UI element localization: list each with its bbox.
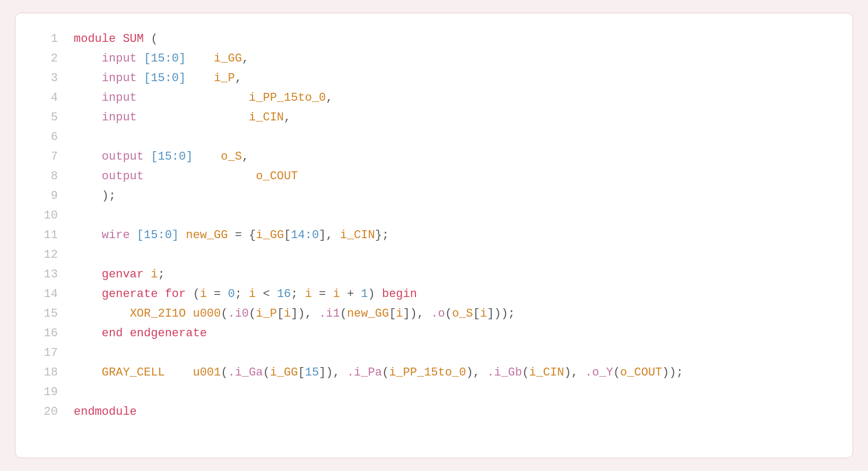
token-plain: , xyxy=(235,68,242,88)
line-content: end endgenerate xyxy=(74,324,207,343)
token-kw-input: input xyxy=(102,108,137,127)
token-plain: ( xyxy=(221,363,228,382)
line-content: genvar i; xyxy=(74,265,165,284)
token-kw-generate: genvar xyxy=(102,265,144,284)
line-content xyxy=(74,382,81,402)
code-line: 2 input [15:0] i_GG, xyxy=(37,49,831,68)
code-line: 4 input i_PP_15to_0, xyxy=(37,88,831,108)
token-plain: [ xyxy=(389,304,396,324)
line-number: 4 xyxy=(37,88,58,108)
token-port-name: .i1 xyxy=(319,304,340,324)
line-content: GRAY_CELL u001(.i_Ga(i_GG[15]), .i_Pa(i_… xyxy=(74,363,683,382)
token-number: 15 xyxy=(305,363,319,382)
token-plain: ( xyxy=(144,29,158,49)
token-number: 0 xyxy=(228,284,235,304)
line-content: endmodule xyxy=(74,402,137,422)
line-content: output o_COUT xyxy=(74,167,298,186)
token-name-module: SUM xyxy=(123,29,144,49)
token-plain: ), xyxy=(466,363,487,382)
line-number: 3 xyxy=(37,68,58,88)
code-line: 8 output o_COUT xyxy=(37,167,831,186)
token-plain xyxy=(137,88,249,108)
line-content xyxy=(74,245,81,265)
token-plain xyxy=(74,225,102,245)
token-plain: ( xyxy=(249,304,256,324)
token-port-name: .i_Pa xyxy=(347,363,382,382)
code-line: 5 input i_CIN, xyxy=(37,108,831,127)
token-signal: o_COUT xyxy=(256,167,298,186)
token-signal: new_GG xyxy=(186,225,228,245)
token-plain: ( xyxy=(221,304,228,324)
code-line: 10 xyxy=(37,206,831,225)
token-kw-input: input xyxy=(102,68,137,88)
code-line: 9 ); xyxy=(37,186,831,206)
code-line: 12 xyxy=(37,245,831,265)
token-signal: i_P xyxy=(256,304,277,324)
line-content xyxy=(74,343,81,363)
token-signal: i_PP_15to_0 xyxy=(389,363,466,382)
code-line: 13 genvar i; xyxy=(37,265,831,284)
token-range: 14:0 xyxy=(291,225,319,245)
token-signal: new_GG xyxy=(347,304,389,324)
code-block: 1module SUM (2 input [15:0] i_GG,3 input… xyxy=(37,29,831,422)
token-plain: [ xyxy=(277,304,284,324)
token-plain: ], xyxy=(319,225,340,245)
token-kw-for: for xyxy=(165,284,186,304)
token-port-name: .o_Y xyxy=(585,363,613,382)
token-plain: [ xyxy=(298,363,305,382)
token-plain xyxy=(74,265,102,284)
token-signal: i_CIN xyxy=(529,363,564,382)
token-plain: ) xyxy=(368,284,382,304)
line-content: output [15:0] o_S, xyxy=(74,147,249,167)
token-signal: i xyxy=(305,284,312,304)
line-content: module SUM ( xyxy=(74,29,158,49)
line-number: 5 xyxy=(37,108,58,127)
token-plain xyxy=(74,108,102,127)
token-number: 16 xyxy=(277,284,291,304)
code-line: 15 XOR_2I1O u000(.i0(i_P[i]), .i1(new_GG… xyxy=(37,304,831,324)
line-content: input [15:0] i_P, xyxy=(74,68,242,88)
token-plain xyxy=(130,225,137,245)
token-plain: ; xyxy=(291,284,305,304)
line-number: 8 xyxy=(37,167,58,186)
line-number: 1 xyxy=(37,29,58,49)
token-signal: o_S xyxy=(452,304,473,324)
token-signal: i_P xyxy=(214,68,235,88)
token-signal: i xyxy=(284,304,291,324)
token-port-name: .i_Ga xyxy=(228,363,263,382)
line-number: 11 xyxy=(37,225,58,245)
code-line: 17 xyxy=(37,343,831,363)
token-signal: i xyxy=(200,284,207,304)
token-range: [15:0] xyxy=(144,68,186,88)
token-plain xyxy=(74,324,102,343)
token-plain: [ xyxy=(284,225,291,245)
line-number: 10 xyxy=(37,206,58,225)
token-signal: o_S xyxy=(221,147,242,167)
token-plain: ]), xyxy=(403,304,431,324)
token-plain: ( xyxy=(445,304,452,324)
token-plain: ]), xyxy=(319,363,347,382)
token-plain xyxy=(74,147,102,167)
token-plain: ( xyxy=(613,363,620,382)
token-plain xyxy=(74,284,102,304)
token-port-name: .i0 xyxy=(228,304,249,324)
token-plain: = xyxy=(312,284,333,304)
token-plain xyxy=(144,265,151,284)
token-kw-generate: generate xyxy=(102,284,158,304)
line-number: 6 xyxy=(37,127,58,147)
token-plain xyxy=(165,363,193,382)
line-number: 20 xyxy=(37,402,58,422)
token-range: [15:0] xyxy=(137,225,179,245)
token-kw-output: output xyxy=(102,167,144,186)
line-number: 13 xyxy=(37,265,58,284)
token-kw-module: module xyxy=(74,29,123,49)
line-number: 17 xyxy=(37,343,58,363)
code-editor: 1module SUM (2 input [15:0] i_GG,3 input… xyxy=(15,13,853,458)
token-plain: ( xyxy=(263,363,270,382)
token-plain xyxy=(74,304,130,324)
token-signal: i xyxy=(249,284,256,304)
token-plain xyxy=(74,68,102,88)
line-content xyxy=(74,206,81,225)
token-plain: , xyxy=(242,147,249,167)
token-plain: , xyxy=(284,108,291,127)
